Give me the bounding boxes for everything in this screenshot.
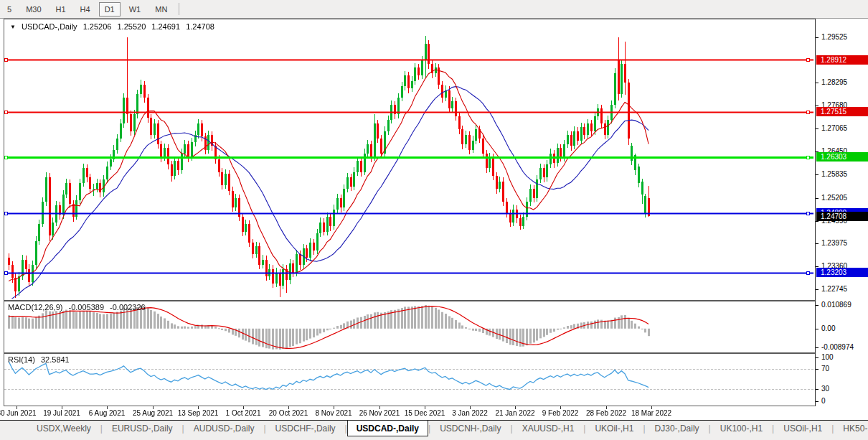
macd-axis-label: -0.008974 bbox=[821, 343, 854, 351]
price-axis: 1.295251.282951.276801.270651.264501.258… bbox=[815, 19, 868, 406]
price-tick-dash bbox=[816, 37, 819, 38]
main-chart-pane: ▼ USDCAD-,Daily 1.25206 1.25520 1.24691 … bbox=[4, 19, 816, 301]
price-tick-label: 1.23975 bbox=[821, 239, 847, 247]
tab-audusd-[interactable]: AUDUSD-,Daily bbox=[184, 421, 264, 436]
tab-usdchf-[interactable]: USDCHF-,Daily bbox=[266, 421, 345, 436]
rsi-tick-dash bbox=[816, 401, 819, 402]
date-label: 3 Jan 2022 bbox=[452, 409, 488, 417]
price-badge: 1.26303 bbox=[816, 152, 868, 162]
price-tick-dash bbox=[816, 83, 819, 83]
symbol-dropdown-icon[interactable]: ▼ bbox=[10, 24, 16, 30]
candlestick-chart[interactable] bbox=[4, 19, 813, 299]
price-tick-label: 1.28295 bbox=[821, 78, 847, 86]
ohlc-open: 1.25206 bbox=[83, 22, 112, 31]
timeframe-button-5[interactable]: 5 bbox=[1, 2, 17, 17]
rsi-axis-label: 30 bbox=[821, 385, 829, 393]
tab-hk50-[interactable]: HK50-,H1 bbox=[834, 421, 868, 436]
rsi-axis-label: 100 bbox=[821, 353, 834, 361]
macd-value-main: -0.005389 bbox=[68, 303, 104, 312]
rsi-axis-label: 0 bbox=[821, 397, 826, 405]
date-label: 21 Jan 2022 bbox=[495, 409, 534, 417]
date-axis: 30 Jun 202119 Jul 20216 Aug 202125 Aug 2… bbox=[0, 406, 868, 420]
price-tick-dash bbox=[816, 266, 819, 267]
price-tick-dash bbox=[816, 243, 819, 244]
macd-tick-dash bbox=[816, 329, 819, 329]
price-badge: 1.24708 bbox=[816, 212, 868, 221]
date-label: 30 Jun 2021 bbox=[0, 409, 37, 417]
date-label: 18 Mar 2022 bbox=[631, 409, 671, 417]
price-tick-label: 1.25835 bbox=[821, 170, 847, 178]
date-label: 28 Feb 2022 bbox=[586, 409, 626, 417]
rsi-axis-label: 70 bbox=[821, 365, 829, 373]
macd-axis-label: 0.010869 bbox=[821, 301, 852, 309]
timeframe-button-h4[interactable]: H4 bbox=[75, 2, 96, 17]
timeframe-button-mn[interactable]: MN bbox=[149, 2, 173, 17]
macd-tick-dash bbox=[816, 347, 819, 348]
price-badge: 1.23203 bbox=[816, 268, 868, 277]
tab-ukoil-[interactable]: UKOil-,H1 bbox=[585, 421, 643, 436]
macd-axis-label: 0.00 bbox=[821, 324, 835, 332]
price-tick-label: 1.22745 bbox=[821, 285, 847, 293]
rsi-name: RSI(14) bbox=[8, 355, 35, 364]
symbol-tabbar: USDX,Weekly|EURUSD-,Daily|AUDUSD-,Daily|… bbox=[0, 420, 868, 440]
toolbar-separator bbox=[179, 3, 179, 15]
price-tick-dash bbox=[816, 289, 819, 290]
tab-eurusd-[interactable]: EURUSD-,Daily bbox=[103, 421, 182, 436]
date-label: 9 Feb 2022 bbox=[542, 409, 579, 417]
chart-symbol-label: USDCAD-,Daily bbox=[22, 22, 77, 31]
date-label: 15 Dec 2021 bbox=[405, 409, 445, 417]
rsi-label: RSI(14) 32.5841 bbox=[8, 355, 73, 364]
macd-name: MACD(12,26,9) bbox=[8, 303, 62, 312]
timeframe-button-w1[interactable]: W1 bbox=[123, 2, 147, 17]
timeframe-toolbar: 5M30H1H4D1W1MN bbox=[0, 0, 868, 19]
tab-usdx[interactable]: USDX,Weekly bbox=[27, 421, 100, 436]
date-label: 1 Oct 2021 bbox=[226, 409, 261, 417]
ohlc-low: 1.24691 bbox=[151, 22, 180, 31]
price-tick-dash bbox=[816, 128, 819, 129]
price-tick-dash bbox=[816, 221, 819, 222]
price-tick-dash bbox=[816, 174, 819, 175]
macd-pane: MACD(12,26,9) -0.005389 -0.002326 bbox=[4, 301, 816, 353]
price-badge: 1.27515 bbox=[816, 107, 868, 116]
rsi-chart[interactable] bbox=[4, 354, 813, 404]
date-label: 13 Sep 2021 bbox=[178, 409, 219, 417]
timeframe-button-h1[interactable]: H1 bbox=[50, 2, 72, 17]
rsi-tick-dash bbox=[816, 389, 819, 390]
rsi-tick-dash bbox=[816, 369, 819, 370]
timeframe-button-m30[interactable]: M30 bbox=[20, 2, 47, 17]
tab-usdcnh-[interactable]: USDCNH-,Daily bbox=[430, 421, 510, 436]
date-label: 19 Jul 2021 bbox=[43, 409, 80, 417]
macd-label: MACD(12,26,9) -0.005389 -0.002326 bbox=[8, 303, 149, 312]
date-label: 25 Aug 2021 bbox=[133, 409, 173, 417]
tab-uk100-[interactable]: UK100-,H1 bbox=[711, 421, 772, 436]
ohlc-close: 1.24708 bbox=[186, 22, 214, 31]
tab-usdcad-[interactable]: USDCAD-,Daily bbox=[347, 421, 428, 436]
price-badge: 1.28912 bbox=[816, 55, 868, 65]
chart-window: ▼ USDCAD-,Daily 1.25206 1.25520 1.24691 … bbox=[0, 19, 868, 420]
price-tick-label: 1.25205 bbox=[821, 194, 847, 202]
date-label: 6 Aug 2021 bbox=[89, 409, 126, 417]
date-label: 26 Nov 2021 bbox=[359, 409, 400, 417]
price-tick-label: 1.29525 bbox=[821, 33, 847, 41]
price-tick-label: 1.27065 bbox=[821, 124, 847, 132]
chart-title: ▼ USDCAD-,Daily 1.25206 1.25520 1.24691 … bbox=[10, 22, 218, 31]
tab-usoil-[interactable]: USOil-,H1 bbox=[774, 421, 831, 436]
tab-dj30-[interactable]: DJ30-,Daily bbox=[646, 421, 709, 436]
rsi-tick-dash bbox=[816, 357, 819, 358]
macd-value-signal: -0.002326 bbox=[110, 303, 146, 312]
rsi-pane: RSI(14) 32.5841 bbox=[4, 353, 816, 406]
tab-xauusd-[interactable]: XAUUSD-,H1 bbox=[513, 421, 584, 436]
ohlc-high: 1.25520 bbox=[118, 22, 146, 31]
date-label: 8 Nov 2021 bbox=[315, 409, 352, 417]
timeframe-button-d1[interactable]: D1 bbox=[99, 2, 121, 17]
rsi-value: 32.5841 bbox=[41, 355, 70, 364]
price-tick-dash bbox=[816, 198, 819, 199]
macd-tick-dash bbox=[816, 305, 819, 306]
price-tick-dash bbox=[816, 106, 819, 106]
date-label: 20 Oct 2021 bbox=[269, 409, 308, 417]
